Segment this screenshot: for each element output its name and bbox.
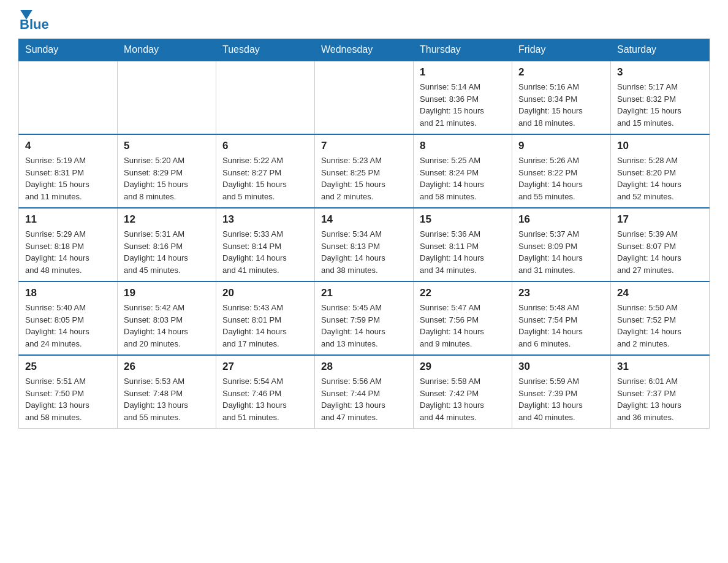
- calendar-cell: [216, 61, 315, 134]
- day-number: 14: [321, 213, 407, 226]
- day-info: Sunrise: 5:40 AMSunset: 8:05 PMDaylight:…: [25, 302, 111, 350]
- calendar-cell: 18Sunrise: 5:40 AMSunset: 8:05 PMDayligh…: [19, 282, 118, 355]
- calendar-cell: 12Sunrise: 5:31 AMSunset: 8:16 PMDayligh…: [118, 208, 216, 282]
- day-info: Sunrise: 5:58 AMSunset: 7:42 PMDaylight:…: [420, 375, 506, 423]
- day-info: Sunrise: 5:39 AMSunset: 8:07 PMDaylight:…: [617, 228, 703, 276]
- day-number: 7: [321, 140, 407, 152]
- day-info: Sunrise: 5:47 AMSunset: 7:56 PMDaylight:…: [420, 302, 506, 350]
- calendar-cell: 3Sunrise: 5:17 AMSunset: 8:32 PMDaylight…: [611, 61, 710, 134]
- day-number: 26: [124, 361, 210, 373]
- calendar-cell: 25Sunrise: 5:51 AMSunset: 7:50 PMDayligh…: [19, 355, 118, 429]
- calendar-cell: 2Sunrise: 5:16 AMSunset: 8:34 PMDaylight…: [512, 61, 611, 134]
- day-number: 16: [518, 213, 604, 226]
- day-number: 15: [420, 213, 506, 226]
- calendar-header-row: SundayMondayTuesdayWednesdayThursdayFrid…: [19, 39, 710, 61]
- day-info: Sunrise: 5:37 AMSunset: 8:09 PMDaylight:…: [518, 228, 604, 276]
- calendar-week-row: 25Sunrise: 5:51 AMSunset: 7:50 PMDayligh…: [19, 355, 710, 429]
- logo-sub-text: Blue: [20, 17, 49, 33]
- day-info: Sunrise: 5:17 AMSunset: 8:32 PMDaylight:…: [617, 81, 703, 129]
- calendar-cell: 23Sunrise: 5:48 AMSunset: 7:54 PMDayligh…: [512, 282, 611, 355]
- calendar-week-row: 1Sunrise: 5:14 AMSunset: 8:36 PMDaylight…: [19, 61, 710, 134]
- day-number: 18: [25, 287, 111, 299]
- calendar-week-row: 11Sunrise: 5:29 AMSunset: 8:18 PMDayligh…: [19, 208, 710, 282]
- day-number: 30: [518, 361, 604, 373]
- calendar-cell: 17Sunrise: 5:39 AMSunset: 8:07 PMDayligh…: [611, 208, 710, 282]
- calendar-header-monday: Monday: [118, 39, 216, 61]
- calendar-cell: 20Sunrise: 5:43 AMSunset: 8:01 PMDayligh…: [216, 282, 315, 355]
- calendar-cell: 22Sunrise: 5:47 AMSunset: 7:56 PMDayligh…: [414, 282, 512, 355]
- calendar-header-sunday: Sunday: [19, 39, 118, 61]
- calendar-header-tuesday: Tuesday: [216, 39, 315, 61]
- day-info: Sunrise: 5:36 AMSunset: 8:11 PMDaylight:…: [420, 228, 506, 276]
- day-number: 24: [617, 287, 703, 299]
- calendar-cell: 4Sunrise: 5:19 AMSunset: 8:31 PMDaylight…: [19, 134, 118, 208]
- calendar-cell: 13Sunrise: 5:33 AMSunset: 8:14 PMDayligh…: [216, 208, 315, 282]
- calendar-cell: 26Sunrise: 5:53 AMSunset: 7:48 PMDayligh…: [118, 355, 216, 429]
- calendar-cell: [118, 61, 216, 134]
- day-info: Sunrise: 5:56 AMSunset: 7:44 PMDaylight:…: [321, 375, 407, 423]
- calendar-cell: 16Sunrise: 5:37 AMSunset: 8:09 PMDayligh…: [512, 208, 611, 282]
- calendar-header-friday: Friday: [512, 39, 611, 61]
- day-number: 19: [124, 287, 210, 299]
- day-number: 31: [617, 361, 703, 373]
- calendar-cell: [19, 61, 118, 134]
- day-info: Sunrise: 5:54 AMSunset: 7:46 PMDaylight:…: [222, 375, 308, 423]
- calendar-cell: 28Sunrise: 5:56 AMSunset: 7:44 PMDayligh…: [315, 355, 414, 429]
- day-number: 11: [25, 213, 111, 226]
- day-number: 28: [321, 361, 407, 373]
- calendar-cell: 30Sunrise: 5:59 AMSunset: 7:39 PMDayligh…: [512, 355, 611, 429]
- page-header: Blue: [18, 12, 710, 33]
- day-info: Sunrise: 5:22 AMSunset: 8:27 PMDaylight:…: [222, 155, 308, 202]
- calendar-cell: 8Sunrise: 5:25 AMSunset: 8:24 PMDaylight…: [414, 134, 512, 208]
- day-info: Sunrise: 5:42 AMSunset: 8:03 PMDaylight:…: [124, 302, 210, 350]
- day-info: Sunrise: 5:31 AMSunset: 8:16 PMDaylight:…: [124, 228, 210, 276]
- day-info: Sunrise: 5:23 AMSunset: 8:25 PMDaylight:…: [321, 155, 407, 202]
- day-info: Sunrise: 5:26 AMSunset: 8:22 PMDaylight:…: [518, 155, 604, 202]
- day-number: 6: [222, 140, 308, 152]
- day-number: 22: [420, 287, 506, 299]
- calendar-table: SundayMondayTuesdayWednesdayThursdayFrid…: [18, 39, 710, 429]
- calendar-cell: 1Sunrise: 5:14 AMSunset: 8:36 PMDaylight…: [414, 61, 512, 134]
- day-number: 25: [25, 361, 111, 373]
- day-info: Sunrise: 5:34 AMSunset: 8:13 PMDaylight:…: [321, 228, 407, 276]
- day-number: 8: [420, 140, 506, 152]
- calendar-cell: 7Sunrise: 5:23 AMSunset: 8:25 PMDaylight…: [315, 134, 414, 208]
- calendar-cell: 19Sunrise: 5:42 AMSunset: 8:03 PMDayligh…: [118, 282, 216, 355]
- day-info: Sunrise: 5:33 AMSunset: 8:14 PMDaylight:…: [222, 228, 308, 276]
- calendar-week-row: 4Sunrise: 5:19 AMSunset: 8:31 PMDaylight…: [19, 134, 710, 208]
- day-info: Sunrise: 6:01 AMSunset: 7:37 PMDaylight:…: [617, 375, 703, 423]
- day-info: Sunrise: 5:29 AMSunset: 8:18 PMDaylight:…: [25, 228, 111, 276]
- day-info: Sunrise: 5:45 AMSunset: 7:59 PMDaylight:…: [321, 302, 407, 350]
- day-number: 1: [420, 66, 506, 79]
- day-number: 3: [617, 66, 703, 79]
- calendar-cell: 10Sunrise: 5:28 AMSunset: 8:20 PMDayligh…: [611, 134, 710, 208]
- day-info: Sunrise: 5:43 AMSunset: 8:01 PMDaylight:…: [222, 302, 308, 350]
- day-number: 5: [124, 140, 210, 152]
- day-info: Sunrise: 5:51 AMSunset: 7:50 PMDaylight:…: [25, 375, 111, 423]
- calendar-cell: [315, 61, 414, 134]
- day-number: 2: [518, 66, 604, 79]
- day-number: 20: [222, 287, 308, 299]
- day-info: Sunrise: 5:16 AMSunset: 8:34 PMDaylight:…: [518, 81, 604, 129]
- logo: Blue: [18, 12, 49, 33]
- day-number: 21: [321, 287, 407, 299]
- calendar-cell: 5Sunrise: 5:20 AMSunset: 8:29 PMDaylight…: [118, 134, 216, 208]
- day-number: 29: [420, 361, 506, 373]
- calendar-header-saturday: Saturday: [611, 39, 710, 61]
- day-info: Sunrise: 5:59 AMSunset: 7:39 PMDaylight:…: [518, 375, 604, 423]
- calendar-cell: 9Sunrise: 5:26 AMSunset: 8:22 PMDaylight…: [512, 134, 611, 208]
- calendar-header-thursday: Thursday: [414, 39, 512, 61]
- day-number: 9: [518, 140, 604, 152]
- calendar-week-row: 18Sunrise: 5:40 AMSunset: 8:05 PMDayligh…: [19, 282, 710, 355]
- day-number: 13: [222, 213, 308, 226]
- calendar-cell: 6Sunrise: 5:22 AMSunset: 8:27 PMDaylight…: [216, 134, 315, 208]
- calendar-cell: 21Sunrise: 5:45 AMSunset: 7:59 PMDayligh…: [315, 282, 414, 355]
- day-number: 23: [518, 287, 604, 299]
- day-number: 17: [617, 213, 703, 226]
- day-info: Sunrise: 5:53 AMSunset: 7:48 PMDaylight:…: [124, 375, 210, 423]
- day-info: Sunrise: 5:14 AMSunset: 8:36 PMDaylight:…: [420, 81, 506, 129]
- day-number: 27: [222, 361, 308, 373]
- day-info: Sunrise: 5:50 AMSunset: 7:52 PMDaylight:…: [617, 302, 703, 350]
- calendar-header-wednesday: Wednesday: [315, 39, 414, 61]
- day-number: 10: [617, 140, 703, 152]
